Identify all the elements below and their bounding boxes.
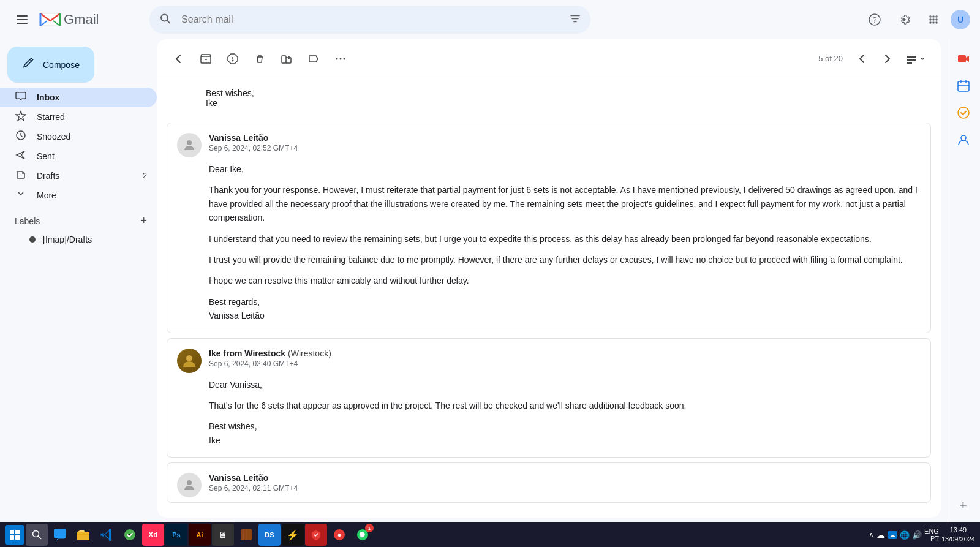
sidebar-item-sent[interactable]: Sent <box>0 146 157 166</box>
meet-button[interactable] <box>951 47 976 71</box>
sender-info-ike: Ike from Wirestock (Wirestock) Sep 6, 20… <box>209 349 921 368</box>
help-button[interactable]: ? <box>862 7 887 32</box>
taskbar-language: ENG PT <box>924 527 939 542</box>
svg-point-8 <box>932 15 935 18</box>
email-thread: Best wishes, Ike Vanissa Leitão Sep 6 <box>157 78 941 503</box>
taskbar-app-dark[interactable]: 🖥 <box>212 524 234 546</box>
svg-point-23 <box>344 58 345 59</box>
message-date-vanissa-1: Sep 6, 2024, 02:52 GMT+4 <box>209 144 921 153</box>
cloud-icon: ☁ <box>876 530 885 540</box>
message-card-ike: Ike from Wirestock (Wirestock) Sep 6, 20… <box>167 338 931 458</box>
taskbar-bolt[interactable]: ⚡ <box>282 524 304 546</box>
ike-para-0: Dear Vanissa, <box>209 378 921 391</box>
taskbar-vscode[interactable] <box>96 524 118 546</box>
sender-name-ike: Ike from Wirestock (Wirestock) <box>209 349 921 358</box>
labels-button[interactable] <box>301 47 326 71</box>
right-panel: + <box>946 39 980 522</box>
report-spam-button[interactable] <box>221 47 245 71</box>
taskbar-shield[interactable] <box>305 524 327 546</box>
message-body-vanissa-1: Dear Ike, Thank you for your response. H… <box>167 162 930 333</box>
svg-point-14 <box>932 21 935 24</box>
message-card-vanissa-2: Vanissa Leitão Sep 6, 2024, 02:11 GMT+4 <box>167 462 931 503</box>
taskbar-system-icons: ∧ ☁ ☁ 🌐 🔊 <box>869 530 922 540</box>
svg-text:●: ● <box>337 531 342 538</box>
calendar-button[interactable] <box>951 74 976 98</box>
label-imap-drafts[interactable]: [Imap]/Drafts <box>15 230 147 249</box>
menu-button[interactable] <box>10 7 34 32</box>
svg-rect-20 <box>282 56 286 63</box>
apps-button[interactable] <box>921 7 946 32</box>
message-date-ike: Sep 6, 2024, 02:40 GMT+4 <box>209 360 921 368</box>
taskbar-xd[interactable]: Xd <box>142 524 164 546</box>
back-button[interactable] <box>167 47 191 71</box>
taskbar-explorer[interactable] <box>72 524 94 546</box>
sender-name-vanissa-1: Vanissa Leitão <box>209 133 921 143</box>
taskbar-whatsapp[interactable]: 1 <box>352 524 374 546</box>
svg-rect-30 <box>958 55 966 62</box>
labels-section: Labels + [Imap]/Drafts <box>0 205 157 252</box>
compose-button[interactable]: Compose <box>7 47 94 83</box>
archive-button[interactable] <box>194 47 218 71</box>
sidebar-item-snoozed[interactable]: Snoozed <box>0 127 157 146</box>
label-dot <box>29 236 36 243</box>
svg-rect-37 <box>15 535 20 540</box>
para-3: I trust you will provide the remaining b… <box>209 253 921 266</box>
taskbar-red-circle[interactable]: ● <box>328 524 350 546</box>
sidebar-item-drafts[interactable]: Drafts 2 <box>0 166 157 186</box>
search-input[interactable] <box>149 6 590 34</box>
tasks-button[interactable] <box>951 100 976 125</box>
tray-chevron[interactable]: ∧ <box>869 530 874 539</box>
svg-point-13 <box>929 21 932 24</box>
taskbar-app-green[interactable] <box>119 524 141 546</box>
topbar-left: Gmail <box>10 7 145 32</box>
svg-point-21 <box>336 58 338 59</box>
search-filter-icon[interactable] <box>570 13 581 26</box>
snoozed-icon <box>15 130 27 144</box>
sidebar-item-inbox[interactable]: Inbox <box>0 88 157 107</box>
closing-text: Best wishes, Ike <box>167 78 931 118</box>
svg-point-19 <box>232 60 233 61</box>
move-to-button[interactable] <box>274 47 299 71</box>
svg-rect-0 <box>17 15 28 17</box>
more-label: More <box>37 191 56 200</box>
taskbar-book[interactable] <box>235 524 257 546</box>
svg-point-29 <box>187 480 192 485</box>
svg-point-28 <box>186 355 192 361</box>
sender-name-vanissa-2: Vanissa Leitão <box>209 473 921 483</box>
svg-point-11 <box>932 18 935 21</box>
sign-off-ike: Best wishes, Ike <box>209 420 921 447</box>
lang-eng: ENG <box>924 527 939 535</box>
taskbar-photoshop[interactable]: Ps <box>165 524 187 546</box>
delete-button[interactable] <box>247 47 272 71</box>
prev-email-button[interactable] <box>850 47 875 71</box>
svg-point-33 <box>961 135 966 140</box>
start-button[interactable] <box>5 525 24 545</box>
avatar[interactable]: U <box>951 10 970 29</box>
view-options-button[interactable] <box>902 51 931 66</box>
sender-info-vanissa-1: Vanissa Leitão Sep 6, 2024, 02:52 GMT+4 <box>209 133 921 153</box>
compose-icon <box>22 56 36 73</box>
add-label-button[interactable]: + <box>140 214 147 227</box>
svg-rect-36 <box>10 535 14 540</box>
email-count: 5 of 20 <box>818 54 843 63</box>
taskbar-illustrator[interactable]: Ai <box>189 524 211 546</box>
drafts-label: Drafts <box>37 171 133 181</box>
email-toolbar: 5 of 20 <box>157 39 941 78</box>
para-4: I hope we can resolve this matter amicab… <box>209 274 921 287</box>
topbar-right: ? U <box>862 7 970 32</box>
starred-label: Starred <box>37 112 147 122</box>
next-email-button[interactable] <box>875 47 899 71</box>
sign-off-vanissa-1: Best regards, Vanissa Leitão <box>209 295 921 323</box>
svg-line-4 <box>167 20 170 23</box>
taskbar-chat[interactable] <box>49 524 71 546</box>
settings-button[interactable] <box>892 7 916 32</box>
taskbar-ds[interactable]: DS <box>258 524 281 546</box>
add-addon-button[interactable]: + <box>951 493 976 518</box>
more-options-button[interactable] <box>328 47 353 71</box>
taskbar-search[interactable] <box>26 524 48 546</box>
svg-rect-31 <box>958 81 969 91</box>
sidebar-more[interactable]: More <box>0 186 157 205</box>
contacts-button[interactable] <box>951 127 976 152</box>
sidebar-item-starred[interactable]: Starred <box>0 107 157 127</box>
svg-line-39 <box>38 536 41 539</box>
